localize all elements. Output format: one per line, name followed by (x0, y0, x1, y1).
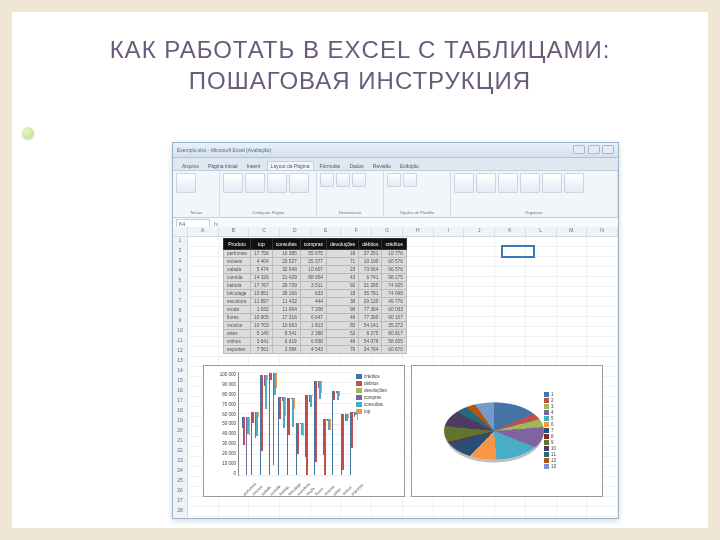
headings-icon[interactable] (403, 173, 417, 187)
col-head[interactable]: N (587, 227, 618, 236)
margins-icon[interactable] (223, 173, 243, 193)
col-head[interactable]: J (464, 227, 495, 236)
worksheet: A B C D E F G H I J K L M N 123456789101… (173, 227, 618, 518)
rotate-icon[interactable] (564, 173, 584, 193)
active-cell-marker (501, 245, 535, 258)
group-label: Temas (176, 210, 216, 215)
tab-formulas[interactable]: Fórmulas (317, 162, 344, 170)
ribbon-group-scale: Dimensionar (317, 171, 384, 217)
pie-chart[interactable]: 12345678910111213 (411, 365, 603, 497)
title-line1: КАК РАБОТАТЬ В EXCEL С ТАБЛИЦАМИ: (110, 36, 611, 63)
tab-home[interactable]: Página Inicial (205, 162, 241, 170)
tab-layout[interactable]: Layout da Página (267, 161, 314, 170)
col-head[interactable]: K (495, 227, 526, 236)
col-head[interactable]: B (219, 227, 250, 236)
bullet-icon (22, 127, 34, 139)
col-head[interactable]: F (341, 227, 372, 236)
align-icon[interactable] (520, 173, 540, 193)
width-icon[interactable] (320, 173, 334, 187)
pie-plot (444, 402, 544, 459)
close-icon[interactable] (602, 145, 614, 154)
themes-icon[interactable] (176, 173, 196, 193)
printarea-icon[interactable] (289, 173, 309, 193)
col-head[interactable]: E (311, 227, 342, 236)
minimize-icon[interactable] (573, 145, 585, 154)
bar-y-axis: 100 00090 00080 00070 00060 00050 00040 … (204, 366, 238, 496)
col-head[interactable]: H (403, 227, 434, 236)
slide-title: КАК РАБОТАТЬ В EXCEL С ТАБЛИЦАМИ: ПОШАГО… (52, 34, 668, 96)
ribbon-group-temas: Temas (173, 171, 220, 217)
window-titlebar: Exemplo.xlsx - Microsoft Excel (Avaliaçã… (173, 143, 618, 158)
group-label: Dimensionar (320, 210, 380, 215)
bring-forward-icon[interactable] (454, 173, 474, 193)
tab-inserir[interactable]: Inserir (244, 162, 264, 170)
title-line2: ПОШАГОВАЯ ИНСТРУКЦИЯ (189, 67, 531, 94)
tab-exibicao[interactable]: Exibição (397, 162, 422, 170)
col-head[interactable]: G (372, 227, 403, 236)
gridlines-icon[interactable] (387, 173, 401, 187)
tab-dados[interactable]: Dados (346, 162, 366, 170)
excel-screenshot: Exemplo.xlsx - Microsoft Excel (Avaliaçã… (172, 142, 619, 519)
data-table: Produtotopconsultascomprasdevoluçõesdébi… (223, 238, 407, 354)
send-backward-icon[interactable] (476, 173, 496, 193)
window-controls (572, 145, 614, 155)
orientation-icon[interactable] (245, 173, 265, 193)
bar-plot-area: perfumesmóveissaladacomidabebidabricolag… (238, 372, 350, 476)
ribbon-tabs: Arquivo Página Inicial Inserir Layout da… (173, 158, 618, 171)
select-all-corner[interactable] (173, 227, 188, 236)
col-head[interactable]: M (557, 227, 588, 236)
slide: КАК РАБОТАТЬ В EXCEL С ТАБЛИЦАМИ: ПОШАГО… (0, 0, 720, 540)
group-label: Organizar (454, 210, 614, 215)
col-head[interactable]: I (434, 227, 465, 236)
tab-arquivo[interactable]: Arquivo (179, 162, 202, 170)
group-label: Opções de Planilha (387, 210, 447, 215)
ribbon-group-arrange: Organizar (451, 171, 618, 217)
col-head[interactable]: L (526, 227, 557, 236)
height-icon[interactable] (336, 173, 350, 187)
column-headers: A B C D E F G H I J K L M N (173, 227, 618, 237)
col-head[interactable]: D (280, 227, 311, 236)
window-title-text: Exemplo.xlsx - Microsoft Excel (Avaliaçã… (177, 147, 271, 153)
scale-icon[interactable] (352, 173, 366, 187)
col-head[interactable]: A (188, 227, 219, 236)
selection-pane-icon[interactable] (498, 173, 518, 193)
col-head[interactable]: C (249, 227, 280, 236)
bar-chart[interactable]: 100 00090 00080 00070 00060 00050 00040 … (203, 365, 405, 497)
ribbon-group-page: Configurar Página (220, 171, 317, 217)
ribbon-group-sheetopts: Opções de Planilha (384, 171, 451, 217)
group-icon[interactable] (542, 173, 562, 193)
group-label: Configurar Página (223, 210, 313, 215)
size-icon[interactable] (267, 173, 287, 193)
maximize-icon[interactable] (588, 145, 600, 154)
tab-revisao[interactable]: Revisão (370, 162, 394, 170)
bar-legend: créditosdébitosdevoluçõescomprasconsulta… (354, 366, 404, 496)
pie-legend: 12345678910111213 (544, 392, 570, 470)
ribbon-body: Temas Configurar Página Dimensionar Opçõ… (173, 171, 618, 218)
